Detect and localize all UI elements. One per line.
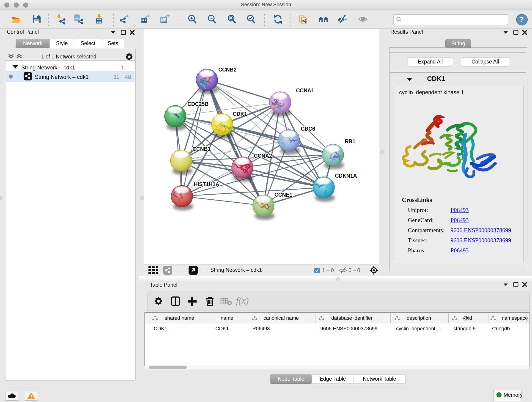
svg-text:RB1: RB1 [345,138,355,144]
svg-text:CCNB1: CCNB1 [192,146,210,152]
svg-text:CCNA1: CCNA1 [296,88,314,94]
svg-text:CDKN1A: CDKN1A [335,173,357,179]
svg-text:CCNB2: CCNB2 [218,67,236,73]
svg-text:CDK1: CDK1 [233,111,247,117]
svg-text:CCNA2: CCNA2 [254,153,272,159]
svg-text:CDC25B: CDC25B [187,101,209,107]
svg-text:CDC6: CDC6 [301,126,315,132]
svg-text:CCNE1: CCNE1 [274,192,292,198]
svg-text:HIST1H1A: HIST1H1A [194,181,219,187]
